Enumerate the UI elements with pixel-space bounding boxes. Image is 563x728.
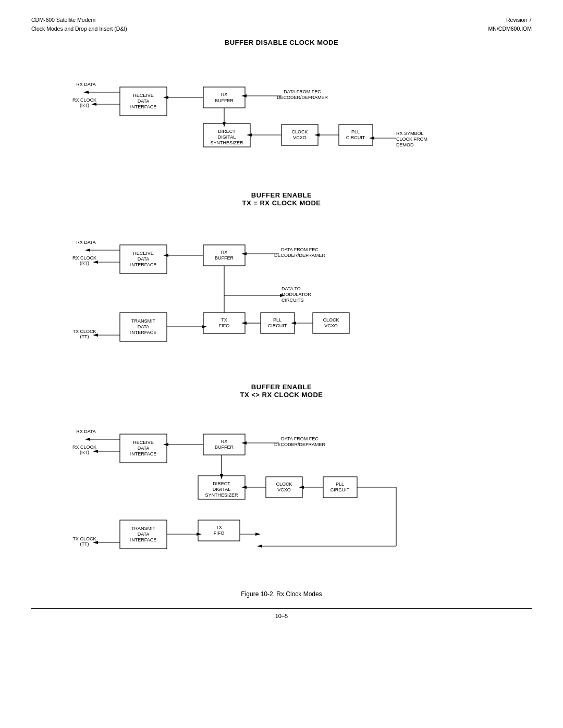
svg-text:INTERFACE: INTERFACE [130, 262, 157, 267]
svg-text:RX: RX [221, 92, 228, 97]
svg-text:BUFFER: BUFFER [215, 98, 234, 103]
svg-text:(TT): (TT) [80, 541, 89, 547]
svg-marker-126 [220, 474, 223, 479]
svg-text:DATA: DATA [138, 324, 150, 329]
header-revision: Revision 7 [488, 16, 532, 24]
page-footer: 10–5 [31, 608, 532, 619]
svg-text:(RT): (RT) [80, 261, 89, 266]
svg-marker-83 [241, 322, 247, 325]
diagram2-svg: RECEIVE DATA INTERFACE RX DATA RX CLOCK … [57, 216, 506, 367]
svg-text:RX: RX [221, 439, 228, 444]
svg-marker-25 [247, 133, 252, 137]
svg-text:FIFO: FIFO [219, 323, 230, 328]
diagram1-title: BUFFER DISABLE CLOCK MODE [31, 39, 532, 46]
svg-text:TX: TX [216, 525, 222, 530]
svg-text:RX CLOCK: RX CLOCK [72, 445, 96, 450]
diagram3-svg: RECEIVE DATA INTERFACE RX DATA RX CLOCK … [57, 408, 506, 575]
svg-text:INTERFACE: INTERFACE [130, 537, 157, 542]
svg-text:VCXO: VCXO [293, 135, 307, 140]
svg-marker-143 [197, 533, 202, 536]
diagram1-svg: RECEIVE DATA INTERFACE RX DATA RX CLOCK … [57, 56, 506, 176]
svg-marker-130 [257, 545, 262, 548]
diagram3-section: BUFFER ENABLE TX <> RX CLOCK MODE RECEIV… [31, 383, 532, 575]
diagram1-container: RECEIVE DATA INTERFACE RX DATA RX CLOCK … [31, 56, 532, 176]
svg-text:RX SYMBOL: RX SYMBOL [396, 131, 424, 136]
svg-text:FIFO: FIFO [214, 530, 225, 536]
svg-text:CIRCUIT: CIRCUIT [268, 323, 287, 328]
svg-text:CIRCUIT: CIRCUIT [346, 135, 365, 140]
svg-text:INTERFACE: INTERFACE [130, 330, 157, 335]
svg-text:DIRECT: DIRECT [218, 129, 236, 134]
svg-text:TX: TX [221, 317, 227, 323]
diagram3-container: RECEIVE DATA INTERFACE RX DATA RX CLOCK … [31, 408, 532, 575]
svg-text:DECODER/DEFRAMER: DECODER/DEFRAMER [274, 442, 326, 447]
svg-marker-97 [85, 438, 90, 441]
svg-text:PLL: PLL [273, 317, 282, 323]
figure-caption: Figure 10-2. Rx Clock Modes [31, 590, 532, 598]
svg-text:DATA: DATA [138, 446, 150, 451]
svg-text:CLOCK FROM: CLOCK FROM [396, 137, 427, 142]
svg-text:CLOCK: CLOCK [291, 129, 308, 134]
svg-text:SYNTHESIZER: SYNTHESIZER [205, 492, 238, 498]
header-title: CDM-600 Satellite Modem [31, 16, 127, 24]
header-right: Revision 7 MN/CDM600.IOM [488, 16, 532, 33]
header-doc-number: MN/CDM600.IOM [488, 24, 532, 33]
svg-text:(RT): (RT) [80, 103, 89, 108]
svg-rect-11 [203, 87, 245, 108]
svg-text:BUFFER: BUFFER [215, 445, 234, 450]
svg-text:RX: RX [221, 250, 228, 255]
svg-marker-40 [223, 122, 226, 127]
svg-text:CIRCUIT: CIRCUIT [331, 487, 350, 492]
svg-text:RX CLOCK: RX CLOCK [72, 97, 96, 103]
svg-marker-145 [255, 533, 261, 536]
svg-text:DECODER/DEFRAMER: DECODER/DEFRAMER [274, 253, 326, 258]
svg-text:DATA FROM FEC: DATA FROM FEC [281, 247, 319, 252]
svg-text:DIGITAL: DIGITAL [218, 134, 236, 140]
diagram1-section: BUFFER DISABLE CLOCK MODE RECEIVE DATA I… [31, 39, 532, 176]
svg-text:DIGITAL: DIGITAL [213, 487, 230, 492]
svg-text:TRANSMIT: TRANSMIT [131, 318, 156, 324]
svg-text:RX CLOCK: RX CLOCK [72, 255, 96, 261]
header-subtitle: Clock Modes and Drop and Insert (D&I) [31, 24, 127, 33]
svg-text:DATA: DATA [138, 98, 150, 104]
svg-text:DECODER/DEFRAMER: DECODER/DEFRAMER [277, 95, 328, 100]
svg-text:(TT): (TT) [80, 334, 89, 339]
svg-text:DATA: DATA [138, 256, 150, 262]
svg-text:VCXO: VCXO [324, 323, 338, 328]
svg-text:PLL: PLL [336, 482, 344, 487]
svg-text:CLOCK: CLOCK [323, 317, 339, 323]
svg-text:SYNTHESIZER: SYNTHESIZER [210, 140, 243, 145]
svg-text:PLL: PLL [351, 129, 360, 134]
svg-text:DATA TO: DATA TO [282, 286, 301, 291]
svg-marker-10 [91, 103, 96, 106]
svg-marker-106 [163, 443, 168, 446]
svg-text:BUFFER: BUFFER [215, 255, 234, 261]
svg-text:INTERFACE: INTERFACE [130, 451, 157, 456]
svg-text:CIRCUITS: CIRCUITS [282, 298, 304, 303]
svg-text:INTERFACE: INTERFACE [130, 104, 157, 109]
svg-text:TRANSMIT: TRANSMIT [131, 526, 156, 531]
svg-marker-88 [291, 322, 296, 325]
svg-text:DIRECT: DIRECT [213, 481, 230, 486]
page-header: CDM-600 Satellite Modem Clock Modes and … [31, 16, 532, 33]
svg-text:TX CLOCK: TX CLOCK [72, 329, 96, 334]
svg-marker-47 [85, 249, 90, 252]
svg-marker-78 [202, 325, 207, 328]
header-left: CDM-600 Satellite Modem Clock Modes and … [31, 16, 127, 33]
svg-marker-6 [83, 91, 89, 94]
svg-marker-60 [241, 252, 247, 255]
svg-text:DATA FROM FEC: DATA FROM FEC [284, 89, 321, 94]
diagram2-title: BUFFER ENABLE TX = RX CLOCK MODE [31, 191, 532, 207]
svg-text:DEMOD: DEMOD [396, 142, 414, 147]
page: CDM-600 Satellite Modem Clock Modes and … [0, 0, 563, 728]
svg-text:RX DATA: RX DATA [76, 429, 96, 434]
svg-text:MODULATOR: MODULATOR [282, 292, 311, 297]
svg-text:RX DATA: RX DATA [76, 240, 96, 245]
diagram3-title: BUFFER ENABLE TX <> RX CLOCK MODE [31, 383, 532, 399]
svg-text:RECEIVE: RECEIVE [133, 251, 154, 256]
page-number: 10–5 [275, 613, 288, 619]
svg-text:CLOCK: CLOCK [276, 482, 292, 487]
svg-marker-38 [369, 137, 374, 140]
svg-text:RX DATA: RX DATA [76, 82, 96, 87]
svg-marker-19 [241, 94, 247, 97]
